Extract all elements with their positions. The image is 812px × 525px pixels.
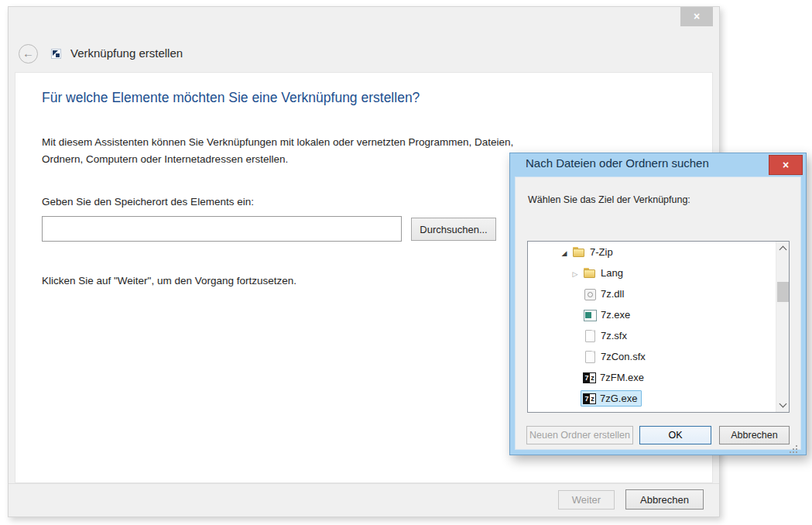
next-button[interactable]: Weiter [558, 490, 615, 510]
resize-grip[interactable] [796, 445, 797, 447]
dialog-body: Wählen Sie das Ziel der Verknüpfung: 7-Z… [515, 177, 801, 450]
tree-item-label: 7zFM.exe [600, 372, 644, 383]
tree-item-content[interactable]: 7zFM.exe [581, 369, 649, 386]
tree-item-content[interactable]: 7zG.exe [581, 390, 642, 407]
file-icon [583, 330, 597, 341]
close-icon[interactable]: × [680, 7, 713, 26]
location-input[interactable] [42, 216, 402, 242]
tree-item-label: 7z.sfx [601, 330, 627, 341]
close-icon[interactable]: × [769, 155, 803, 175]
window-title: Verknüpfung erstellen [70, 46, 183, 60]
tree-item-content[interactable]: Lang [581, 265, 628, 281]
tree-item-label: 7z.exe [601, 309, 630, 321]
back-button[interactable]: ← [19, 44, 38, 63]
page-heading: Für welche Elemente möchten Sie eine Ver… [42, 90, 420, 106]
7z-icon [583, 372, 596, 383]
ok-button[interactable]: OK [639, 426, 711, 444]
tree-item-partial[interactable] [570, 409, 776, 412]
tree-item-7-Zip[interactable]: 7-Zip [559, 242, 776, 262]
tree-item-7zG.exe[interactable]: 7zG.exe [570, 388, 776, 409]
tree-item-Lang[interactable]: Lang [570, 262, 776, 283]
tree-item-7z.dll[interactable]: 7z.dll [570, 283, 776, 304]
scroll-down-icon[interactable] [776, 399, 790, 412]
folder-tree[interactable]: 7-ZipLang7z.dll7z.exe7z.sfx7zCon.sfx7zFM… [527, 241, 790, 413]
folder-icon [583, 267, 597, 279]
back-arrow-icon: ← [22, 46, 34, 60]
tree-item-7zCon.sfx[interactable]: 7zCon.sfx [570, 346, 776, 367]
tree-item-7z.exe[interactable]: 7z.exe [570, 304, 776, 325]
scrollbar-thumb[interactable] [777, 282, 789, 302]
folder-icon [572, 246, 586, 258]
tree-item-content[interactable]: 7z.sfx [581, 328, 632, 344]
location-label: Geben Sie den Speicherort des Elements e… [42, 196, 254, 208]
tree-item-content[interactable]: 7zCon.sfx [581, 348, 650, 365]
cancel-button[interactable]: Abbrechen [719, 426, 790, 444]
browse-button[interactable]: Durchsuchen... [411, 218, 496, 241]
hint-text: Klicken Sie auf "Weiter", um den Vorgang… [42, 275, 296, 287]
description-text: Mit diesem Assistenten können Sie Verknü… [42, 134, 528, 167]
tree-item-7z.sfx[interactable]: 7z.sfx [570, 325, 776, 346]
browse-for-folder-dialog: Nach Dateien oder Ordnern suchen × Wähle… [509, 153, 807, 455]
tree-item-content[interactable]: 7z.dll [581, 286, 629, 302]
expand-icon[interactable] [570, 267, 581, 279]
collapse-icon[interactable] [559, 246, 570, 258]
shortcut-icon [51, 49, 61, 59]
app-icon [583, 309, 597, 321]
footer-bar: Weiter Abbrechen [9, 483, 719, 516]
7z-icon [583, 393, 596, 404]
tree-rows: 7-ZipLang7z.dll7z.exe7z.sfx7zCon.sfx7zFM… [528, 242, 776, 412]
tree-item-content[interactable]: 7-Zip [570, 244, 618, 260]
tree-item-label: Lang [601, 267, 623, 279]
dialog-title: Nach Dateien oder Ordnern suchen [526, 156, 709, 170]
tree-item-label: 7-Zip [590, 246, 613, 258]
dll-icon [583, 288, 597, 300]
scroll-up-icon[interactable] [776, 242, 790, 255]
dialog-prompt: Wählen Sie das Ziel der Verknüpfung: [528, 194, 690, 205]
tree-item-label: 7zCon.sfx [601, 351, 646, 362]
tree-item-label: 7z.dll [601, 288, 624, 300]
scrollbar[interactable] [776, 242, 789, 412]
new-folder-button[interactable]: Neuen Ordner erstellen [526, 426, 633, 444]
file-icon [583, 351, 597, 362]
tree-item-7zFM.exe[interactable]: 7zFM.exe [570, 367, 776, 388]
tree-item-content[interactable]: 7z.exe [581, 307, 635, 323]
tree-item-content[interactable] [581, 411, 601, 412]
tree-item-label: 7zG.exe [600, 393, 637, 404]
cancel-button[interactable]: Abbrechen [625, 489, 704, 510]
